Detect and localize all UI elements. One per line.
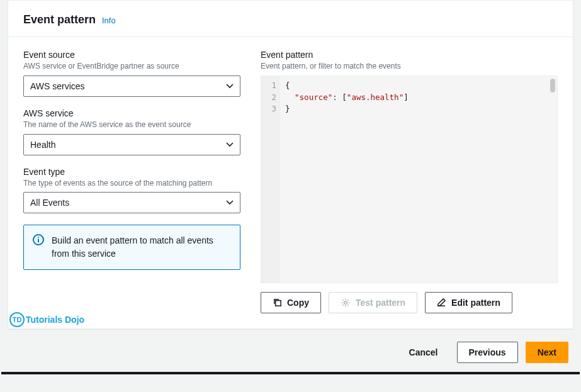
edit-icon	[437, 298, 446, 307]
svg-point-1	[38, 237, 39, 238]
info-box: Build an event pattern to match all even…	[23, 225, 240, 270]
pattern-label: Event pattern	[261, 50, 558, 60]
event-type-label: Event type	[23, 167, 240, 177]
event-type-desc: The type of events as the source of the …	[23, 178, 240, 189]
caret-down-icon	[226, 200, 234, 205]
aws-service-desc: The name of the AWS service as the event…	[23, 120, 240, 130]
copy-button[interactable]: Copy	[261, 292, 321, 313]
previous-button[interactable]: Previous	[457, 342, 518, 363]
caret-down-icon	[226, 142, 234, 147]
watermark-logo: TD	[9, 312, 25, 327]
event-type-value: All Events	[30, 198, 69, 208]
aws-service-field: AWS service The name of the AWS service …	[23, 108, 240, 155]
event-pattern-panel: Event pattern Info Event source AWS serv…	[8, 0, 573, 329]
bottom-bar	[1, 372, 580, 374]
info-box-text: Build an event pattern to match all even…	[52, 235, 213, 259]
pattern-column: Event pattern Event pattern, or filter t…	[261, 50, 558, 313]
code-editor[interactable]: 1 2 3 { "source": ["aws.health"] }	[261, 76, 558, 283]
wizard-footer: Cancel Previous Next	[0, 337, 581, 372]
svg-rect-3	[276, 301, 281, 306]
event-type-select[interactable]: All Events	[23, 192, 240, 213]
scrollbar-thumb[interactable]	[550, 79, 555, 92]
form-column: Event source AWS service or EventBridge …	[23, 50, 240, 313]
event-source-label: Event source	[23, 50, 240, 60]
panel-title: Event pattern	[23, 13, 96, 26]
svg-point-4	[344, 301, 347, 304]
event-source-select[interactable]: AWS services	[23, 76, 240, 97]
edit-pattern-button[interactable]: Edit pattern	[425, 292, 512, 313]
event-source-field: Event source AWS service or EventBridge …	[23, 50, 240, 97]
watermark-text: Tutorials Dojo	[26, 315, 84, 325]
pattern-desc: Event pattern, or filter to match the ev…	[261, 61, 558, 72]
cancel-button[interactable]: Cancel	[398, 342, 449, 363]
event-source-desc: AWS service or EventBridge partner as so…	[23, 61, 240, 72]
aws-service-value: Health	[30, 140, 55, 150]
info-link[interactable]: Info	[102, 16, 116, 25]
test-pattern-button: Test pattern	[329, 292, 417, 313]
copy-icon	[273, 298, 282, 307]
editor-buttons: Copy Test pattern Edit pattern	[261, 292, 558, 313]
aws-service-label: AWS service	[23, 108, 240, 118]
gear-icon	[341, 298, 351, 308]
caret-down-icon	[226, 84, 234, 89]
event-type-field: Event type The type of events as the sou…	[23, 167, 240, 214]
svg-rect-2	[38, 239, 39, 242]
panel-body: Event source AWS service or EventBridge …	[8, 37, 573, 328]
event-source-value: AWS services	[30, 81, 85, 91]
info-icon	[33, 234, 44, 249]
next-button[interactable]: Next	[526, 342, 568, 363]
watermark: TD Tutorials Dojo	[9, 312, 84, 327]
code-content: { "source": ["aws.health"] }	[280, 76, 414, 283]
aws-service-select[interactable]: Health	[23, 134, 240, 155]
code-gutter: 1 2 3	[261, 76, 280, 283]
panel-header: Event pattern Info	[8, 1, 573, 37]
